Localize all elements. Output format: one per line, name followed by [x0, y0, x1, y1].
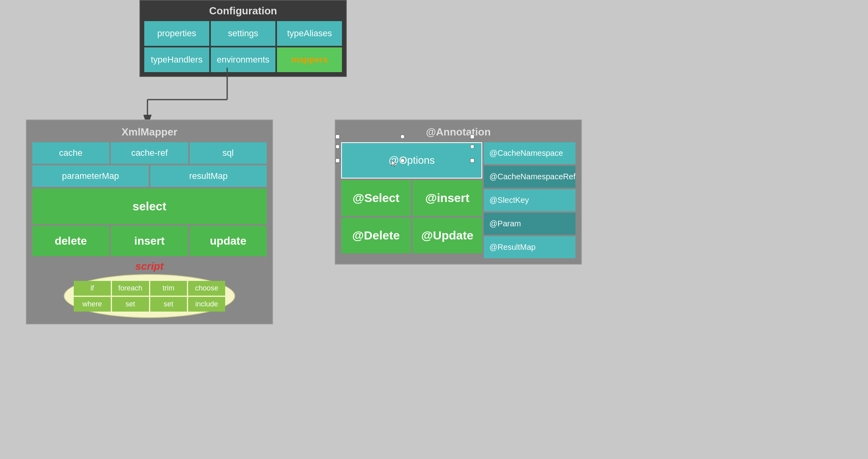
annotation-result-map[interactable]: @ResultMap: [484, 236, 575, 258]
annotation-insert[interactable]: @insert: [412, 180, 482, 216]
xmlmapper-mid-row: parameterMap resultMap: [32, 165, 267, 187]
xmlmapper-select[interactable]: select: [32, 188, 267, 224]
config-title: Configuration: [144, 5, 342, 17]
annotation-cache-namespace[interactable]: @CacheNamespace: [484, 142, 575, 164]
script-if[interactable]: if: [74, 281, 111, 296]
annotation-delete-update-row: @Delete @Update: [341, 218, 482, 253]
annotation-title: @Annotation: [341, 126, 575, 138]
script-set2[interactable]: set: [150, 297, 187, 312]
annotation-right: @CacheNamespace @CacheNamespaceRef @Slec…: [484, 142, 575, 258]
configuration-box: Configuration properties settings typeAl…: [139, 0, 347, 77]
config-typeAliases[interactable]: typeAliases: [277, 21, 342, 46]
script-container: script if foreach trim choose where set …: [32, 260, 267, 318]
script-include[interactable]: include: [188, 297, 225, 312]
config-grid: properties settings typeAliases typeHand…: [144, 21, 342, 72]
xmlmapper-cache-ref[interactable]: cache-ref: [111, 142, 188, 164]
annotation-select[interactable]: @Select: [341, 180, 411, 216]
annotation-select-insert-row: @Select @insert: [341, 180, 482, 216]
config-typeHandlers[interactable]: typeHandlers: [144, 47, 209, 72]
xmlmapper-delete[interactable]: delete: [32, 226, 109, 256]
xmlmapper-insert[interactable]: insert: [111, 226, 188, 256]
xmlmapper-update[interactable]: update: [190, 226, 267, 256]
config-settings[interactable]: settings: [211, 21, 276, 46]
script-trim[interactable]: trim: [150, 281, 187, 296]
annotation-options[interactable]: @Options: [341, 142, 482, 178]
annotation-slect-key[interactable]: @SlectKey: [484, 189, 575, 211]
annotation-update[interactable]: @Update: [412, 218, 482, 253]
script-label: script: [136, 260, 164, 273]
annotation-left: @Options @Select @insert @Delete @Update: [341, 142, 482, 258]
xmlmapper-resultMap[interactable]: resultMap: [150, 165, 267, 187]
script-where[interactable]: where: [74, 297, 111, 312]
xmlmapper-top-row: cache cache-ref sql: [32, 142, 267, 164]
script-ellipse: if foreach trim choose where set set inc…: [64, 274, 235, 318]
annotation-delete[interactable]: @Delete: [341, 218, 411, 253]
annotation-cache-namespace-ref[interactable]: @CacheNamespaceRef: [484, 166, 575, 188]
config-environments[interactable]: environments: [211, 47, 276, 72]
script-set1[interactable]: set: [112, 297, 149, 312]
config-mappers[interactable]: mappers: [277, 47, 342, 72]
annotation-param[interactable]: @Param: [484, 213, 575, 235]
script-foreach[interactable]: foreach: [112, 281, 149, 296]
script-grid: if foreach trim choose where set set inc…: [74, 281, 225, 312]
xmlmapper-box: XmlMapper cache cache-ref sql parameterM…: [26, 120, 273, 324]
xmlmapper-bottom-row: delete insert update: [32, 226, 267, 256]
annotation-box: @Annotation @Options @Select @insert @De…: [335, 120, 582, 265]
xmlmapper-title: XmlMapper: [32, 126, 267, 138]
xmlmapper-parameterMap[interactable]: parameterMap: [32, 165, 149, 187]
xmlmapper-cache[interactable]: cache: [32, 142, 109, 164]
annotation-layout: @Options @Select @insert @Delete @Update…: [341, 142, 575, 258]
script-choose[interactable]: choose: [188, 281, 225, 296]
xmlmapper-sql[interactable]: sql: [190, 142, 267, 164]
config-properties[interactable]: properties: [144, 21, 209, 46]
